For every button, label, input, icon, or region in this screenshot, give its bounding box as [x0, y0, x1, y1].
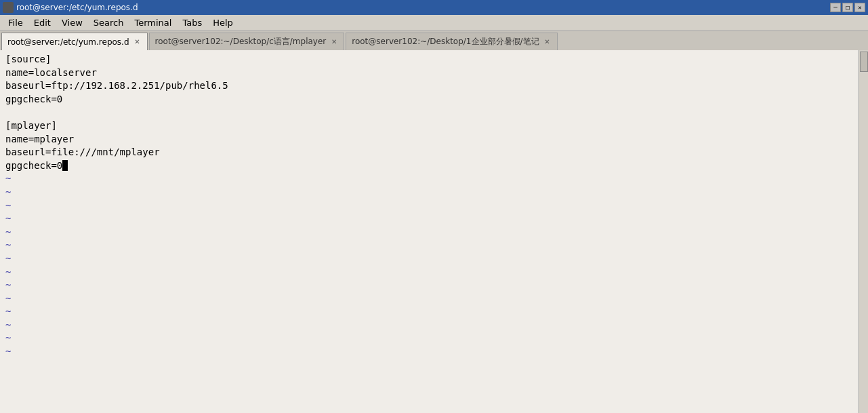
editor-line-12: ~: [5, 212, 853, 226]
editor-line-5: [mplayer]: [5, 119, 853, 133]
menu-item-search[interactable]: Search: [88, 16, 129, 29]
tab-0[interactable]: root@server:/etc/yum.repos.d✕: [1, 33, 148, 50]
tilde-char: ~: [5, 293, 11, 304]
scrollbar[interactable]: [859, 50, 868, 413]
tilde-char: ~: [5, 332, 11, 343]
tab-close-0[interactable]: ✕: [133, 38, 142, 46]
editor[interactable]: [source]name=localserverbaseurl=ftp://19…: [0, 50, 859, 413]
editor-line-22: ~: [5, 345, 853, 359]
tilde-char: ~: [5, 346, 11, 357]
editor-line-14: ~: [5, 239, 853, 252]
tilde-char: ~: [5, 227, 11, 237]
editor-line-7: baseurl=file:///mnt/mplayer: [5, 146, 853, 159]
editor-line-19: ~: [5, 305, 853, 319]
editor-line-4: [5, 106, 853, 119]
tab-2[interactable]: root@server102:~/Desktop/1企业部分暑假/笔记✕: [346, 33, 557, 50]
scrollbar-thumb[interactable]: [860, 52, 868, 72]
menu-item-view[interactable]: View: [56, 16, 88, 29]
tab-label-2: root@server102:~/Desktop/1企业部分暑假/笔记: [352, 36, 539, 47]
main-area: [source]name=localserverbaseurl=ftp://19…: [0, 50, 868, 413]
editor-line-1: name=localserver: [5, 66, 853, 80]
menu-bar: FileEditViewSearchTerminalTabsHelp: [0, 15, 868, 31]
tilde-char: ~: [5, 279, 11, 290]
menu-item-terminal[interactable]: Terminal: [129, 16, 177, 29]
cursor: [62, 160, 68, 171]
editor-line-0: [source]: [5, 53, 853, 66]
editor-line-2: baseurl=ftp://192.168.2.251/pub/rhel6.5: [5, 79, 853, 93]
editor-line-17: ~: [5, 279, 853, 292]
editor-line-10: ~: [5, 186, 853, 199]
tilde-char: ~: [5, 253, 11, 264]
maximize-button[interactable]: □: [842, 3, 853, 12]
tilde-char: ~: [5, 306, 11, 317]
editor-line-9: ~: [5, 172, 853, 186]
terminal-icon: [3, 2, 14, 13]
tilde-char: ~: [5, 213, 11, 224]
tilde-char: ~: [5, 267, 11, 277]
tab-label-1: root@server102:~/Desktop/c语言/mplayer: [155, 36, 327, 47]
menu-item-tabs[interactable]: Tabs: [177, 16, 207, 29]
editor-line-13: ~: [5, 226, 853, 239]
editor-line-21: ~: [5, 332, 853, 345]
tilde-char: ~: [5, 319, 11, 330]
editor-line-8: gpgcheck=0: [5, 159, 853, 173]
editor-line-18: ~: [5, 292, 853, 306]
tab-label-0: root@server:/etc/yum.repos.d: [7, 37, 129, 47]
title-bar-left: root@server:/etc/yum.repos.d: [3, 2, 138, 13]
editor-line-6: name=mplayer: [5, 133, 853, 146]
title-bar-controls[interactable]: ─ □ ✕: [830, 3, 865, 12]
tab-1[interactable]: root@server102:~/Desktop/c语言/mplayer✕: [149, 33, 345, 50]
editor-line-15: ~: [5, 252, 853, 266]
title-bar: root@server:/etc/yum.repos.d ─ □ ✕: [0, 0, 868, 15]
menu-item-file[interactable]: File: [3, 16, 28, 29]
tab-close-2[interactable]: ✕: [543, 38, 552, 46]
menu-item-help[interactable]: Help: [207, 16, 239, 29]
tab-close-1[interactable]: ✕: [330, 38, 338, 46]
close-button[interactable]: ✕: [854, 3, 865, 12]
editor-line-20: ~: [5, 319, 853, 332]
minimize-button[interactable]: ─: [830, 3, 841, 12]
tilde-char: ~: [5, 200, 11, 211]
tilde-char: ~: [5, 186, 11, 197]
menu-item-edit[interactable]: Edit: [28, 16, 56, 29]
editor-line-16: ~: [5, 266, 853, 279]
editor-content: [source]name=localserverbaseurl=ftp://19…: [5, 53, 853, 359]
window-title: root@server:/etc/yum.repos.d: [16, 3, 138, 12]
tab-bar: root@server:/etc/yum.repos.d✕root@server…: [0, 31, 868, 50]
editor-line-3: gpgcheck=0: [5, 93, 853, 106]
tilde-char: ~: [5, 173, 11, 184]
tilde-char: ~: [5, 239, 11, 250]
editor-line-11: ~: [5, 199, 853, 213]
